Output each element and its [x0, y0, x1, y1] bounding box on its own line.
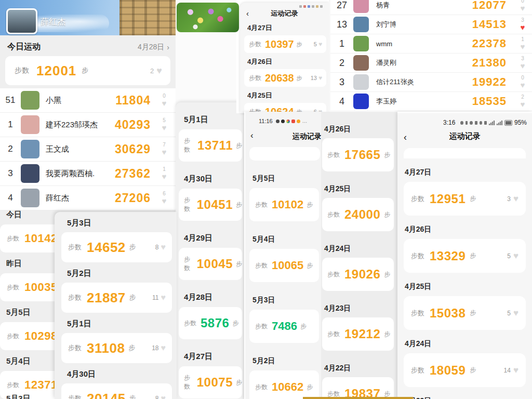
steps-label: 步数 — [255, 322, 268, 331]
rank-number: 4 — [0, 193, 21, 203]
rank-number: 3 — [330, 77, 353, 88]
like-count: 2 — [150, 67, 154, 75]
cut-date-header: 4月23日 — [405, 396, 532, 399]
steps-label: 步数 — [411, 194, 424, 204]
steps-label: 步数 — [411, 366, 424, 375]
chevron-right-icon: › — [167, 43, 169, 51]
date-header: 5月2日 — [252, 356, 322, 366]
steps-label: 步数 — [68, 293, 82, 302]
ranking-row[interactable]: 3 我要两颗西柚. 27362 1 ♥ — [0, 162, 176, 186]
like-count: 11 — [152, 294, 158, 301]
steps-value: 12371 — [24, 378, 58, 392]
record-panel-5: 4月26日 步数 17665 步 4月25日 步数 24000 步 4月24日 — [321, 112, 397, 399]
like-button[interactable]: 0 ♥ — [156, 94, 172, 107]
like-button[interactable]: 8 ♥ — [155, 243, 166, 252]
like-button[interactable]: 3 ♥ — [507, 194, 518, 204]
like-button[interactable]: 5 ♥ — [507, 251, 518, 261]
like-count: 6 — [163, 191, 166, 196]
like-button[interactable]: 8 ♥ — [155, 394, 166, 399]
history-item: 4月27日 步数 10397 步 5 ♥ — [240, 23, 329, 53]
ranking-row[interactable]: 27 杨青 12077 0 ♥ — [330, 0, 532, 15]
like-button[interactable]: 3 ♥ — [514, 56, 531, 70]
steps-value: 21887 — [87, 290, 126, 306]
steps-label: 步数 — [249, 74, 261, 83]
profile-avatar[interactable] — [6, 8, 37, 34]
ranking-row[interactable]: 51 小黑 11804 0 ♥ — [0, 88, 176, 113]
heart-icon: ♥ — [521, 81, 525, 89]
steps-unit: 步 — [128, 343, 135, 353]
date-link[interactable]: 4月28日 › — [138, 43, 169, 52]
steps-unit: 步 — [384, 270, 390, 279]
date-header: 4月28日 — [184, 292, 244, 302]
like-count: 2 — [521, 95, 524, 100]
date-header: 4月25日 — [405, 282, 532, 291]
clock-time: 3:16 — [443, 119, 455, 126]
user-name: 薛红杰 — [46, 193, 69, 203]
steps-value: 31108 — [87, 340, 125, 356]
nfc-icon — [466, 121, 468, 125]
like-count: 8 — [155, 244, 159, 251]
ranking-row[interactable]: 2 王文成 30629 7 ♥ — [0, 137, 176, 162]
steps-value: 10397 — [265, 38, 294, 50]
history-item: 4月25日 步数 15038 步 5 ♥ — [397, 282, 532, 330]
like-button[interactable]: 0 ♥ — [514, 75, 531, 89]
like-button[interactable]: 2 ♥ — [150, 65, 162, 76]
like-count: 5 — [314, 41, 317, 47]
ranking-row[interactable]: 1 建环223邹瑛杰 40293 5 ♥ — [0, 113, 176, 137]
step-card: 步数 10045 步 — [179, 248, 242, 280]
app-notification-icon — [297, 119, 300, 123]
like-button[interactable]: 1 ♥ — [156, 167, 172, 180]
like-button[interactable]: 5 ♥ — [314, 41, 322, 48]
step-card: 步数 10102 步 — [249, 188, 319, 221]
step-card: 步数 15038 步 5 ♥ — [404, 296, 526, 330]
like-count: 8 — [155, 395, 159, 399]
like-button[interactable]: 5 ♥ — [507, 308, 518, 318]
steps-value: 12951 — [430, 192, 466, 206]
like-button[interactable]: 0 ♥ — [514, 0, 531, 12]
history-item: 5月1日 步数 31108 步 18 ♥ — [55, 319, 177, 363]
steps-label: 步数 — [255, 261, 268, 270]
heart-icon: ♥ — [513, 194, 518, 204]
history-item: 4月30日 步数 10451 步 — [176, 174, 244, 221]
like-count: 0 — [521, 75, 524, 81]
step-count: 27362 — [115, 167, 151, 181]
rank-number: 2 — [0, 144, 21, 154]
like-button[interactable]: 13 ♥ — [311, 74, 322, 82]
user-name: 建环223邹瑛杰 — [46, 120, 98, 130]
steps-value: 10142 — [24, 232, 58, 245]
like-button[interactable]: 5 ♥ — [156, 118, 172, 131]
step-card: 步数 12951 步 3 ♥ — [404, 182, 526, 216]
like-button[interactable]: 2 ♥ — [514, 95, 531, 108]
steps-unit: 步 — [307, 201, 313, 209]
steps-label: 步数 — [411, 309, 424, 318]
steps-unit: 步 — [470, 251, 476, 260]
like-button[interactable]: 11 ♥ — [152, 293, 166, 302]
record-panel-4b: 11:16 ⋯ ‹ 运动记录 5月5日 步数 10102 步 — [244, 112, 322, 399]
history-item: 4月24日 步数 18059 步 14 ♥ — [397, 339, 532, 387]
app-notification-icon — [281, 119, 285, 123]
steps-unit: 步 — [470, 366, 476, 375]
heart-icon: ♥ — [513, 308, 518, 318]
date-header: 4月26日 — [324, 125, 397, 134]
like-button[interactable]: 1 ♥ — [514, 37, 531, 50]
like-button[interactable]: 14 ♥ — [504, 365, 518, 376]
ranking-row[interactable]: 13 刘宁博 14513 3 ♥ — [330, 15, 532, 34]
date-header: 4月30日 — [67, 369, 177, 379]
steps-unit: 步 — [307, 261, 313, 270]
rank-number: 1 — [0, 119, 21, 130]
ranking-row[interactable]: 2 潘灵刚 21380 3 ♥ — [330, 54, 532, 73]
like-button[interactable]: 3 ♥ — [514, 18, 531, 31]
like-button[interactable]: 18 ♥ — [152, 343, 166, 353]
ranking-row[interactable]: 1 wmm 22378 1 ♥ — [330, 34, 532, 54]
ranking-row[interactable]: 4 李玉婷 18535 2 ♥ — [330, 92, 532, 111]
like-button[interactable]: 6 ♥ — [156, 191, 172, 205]
date-header: 5月4日 — [252, 235, 322, 244]
like-button[interactable]: 7 ♥ — [156, 142, 172, 156]
ranking-row[interactable]: 3 信计211张炎 19922 0 ♥ — [330, 73, 532, 92]
steps-value: 10298 — [24, 329, 58, 343]
date-header: 5月3日 — [67, 218, 177, 228]
step-card: 步数 13711 步 — [179, 129, 242, 162]
step-card: 步数 24000 步 — [322, 198, 394, 231]
back-button[interactable]: ‹ — [250, 130, 254, 141]
heart-icon: ♥ — [162, 172, 167, 180]
